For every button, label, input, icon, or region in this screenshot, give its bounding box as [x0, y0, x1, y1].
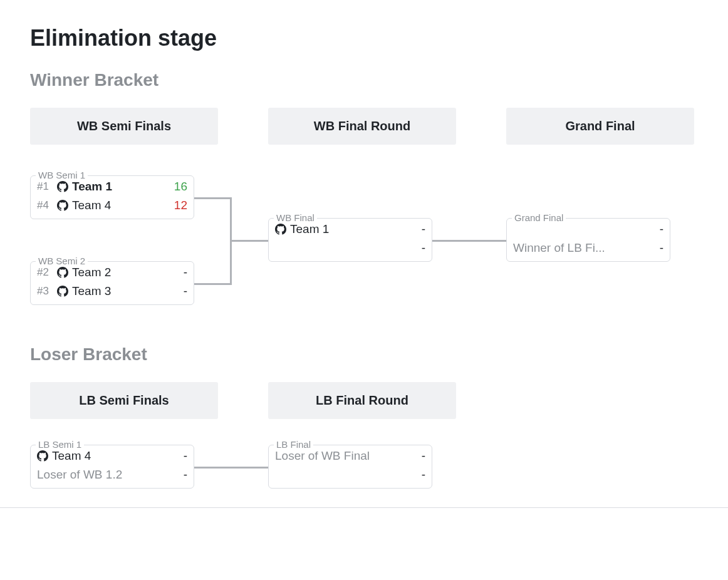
seed: #1: [37, 180, 53, 193]
match-row-team-b: -: [275, 239, 425, 257]
bracket-connector: [230, 240, 268, 242]
match-lb-semi-1[interactable]: LB Semi 1 Team 4 - Loser of WB 1.2 -: [30, 445, 194, 489]
match-wb-semi-2[interactable]: WB Semi 2 #2 Team 2 - #3 Team 3 -: [30, 261, 194, 305]
loser-bracket-title: Loser Bracket: [30, 344, 728, 365]
github-icon: [275, 224, 286, 235]
footer-divider: [0, 507, 728, 508]
seed: #4: [37, 199, 53, 212]
github-icon: [57, 267, 68, 278]
team-name: Team 1: [72, 180, 112, 194]
match-title: LB Final: [274, 439, 313, 450]
bracket-connector: [194, 197, 232, 199]
score: -: [410, 241, 425, 255]
match-row-team-b: Loser of WB 1.2 -: [37, 465, 187, 484]
team-name: Loser of WB Final: [275, 449, 370, 463]
round-header-wb-semi: WB Semi Finals: [30, 108, 218, 145]
round-header-lb-final: LB Final Round: [268, 382, 456, 419]
match-grand-final[interactable]: Grand Final - Winner of LB Fi... -: [506, 218, 670, 262]
match-title: WB Final: [274, 212, 317, 223]
winner-bracket: WB Semi Finals WB Final Round Grand Fina…: [30, 108, 694, 333]
match-row-team-b: Winner of LB Fi... -: [513, 239, 663, 257]
score: -: [410, 222, 425, 236]
match-row-team-b: #4 Team 4 12: [37, 196, 187, 215]
team-name: Winner of LB Fi...: [513, 241, 605, 255]
team-name: Team 4: [52, 449, 91, 463]
team-name: Team 4: [72, 199, 111, 212]
bracket-connector: [194, 467, 268, 469]
round-header-grand-final: Grand Final: [506, 108, 694, 145]
score: -: [648, 241, 663, 255]
seed: #2: [37, 266, 53, 279]
score: -: [648, 222, 663, 236]
team-name: Team 3: [72, 284, 111, 298]
score: 12: [172, 199, 187, 212]
match-wb-semi-1[interactable]: WB Semi 1 #1 Team 1 16 #4 Team 4 12: [30, 175, 194, 219]
round-header-wb-final: WB Final Round: [268, 108, 456, 145]
match-lb-final[interactable]: LB Final Loser of WB Final - -: [268, 445, 432, 489]
match-title: LB Semi 1: [36, 439, 84, 450]
github-icon: [57, 286, 68, 297]
page-title: Elimination stage: [30, 25, 728, 51]
github-icon: [57, 181, 68, 192]
loser-bracket: LB Semi Finals LB Final Round LB Semi 1 …: [30, 382, 694, 489]
team-name: Team 1: [290, 222, 329, 236]
score: -: [172, 468, 187, 482]
round-header-lb-semi: LB Semi Finals: [30, 382, 218, 419]
score: -: [172, 449, 187, 463]
seed: #3: [37, 285, 53, 298]
github-icon: [37, 450, 48, 462]
score: -: [172, 266, 187, 279]
match-wb-final[interactable]: WB Final Team 1 - -: [268, 218, 432, 262]
winner-bracket-title: Winner Bracket: [30, 70, 728, 90]
bracket-connector: [194, 283, 232, 285]
match-title: WB Semi 2: [36, 256, 88, 266]
team-name: Loser of WB 1.2: [37, 468, 122, 482]
match-title: WB Semi 1: [36, 170, 88, 180]
score: 16: [172, 180, 187, 194]
bracket-connector: [432, 240, 506, 242]
team-name: Team 2: [72, 266, 111, 279]
score: -: [410, 449, 425, 463]
github-icon: [57, 200, 68, 211]
match-row-team-b: #3 Team 3 -: [37, 282, 187, 301]
score: -: [410, 468, 425, 482]
match-title: Grand Final: [512, 212, 566, 223]
match-row-team-b: -: [275, 465, 425, 484]
score: -: [172, 284, 187, 298]
